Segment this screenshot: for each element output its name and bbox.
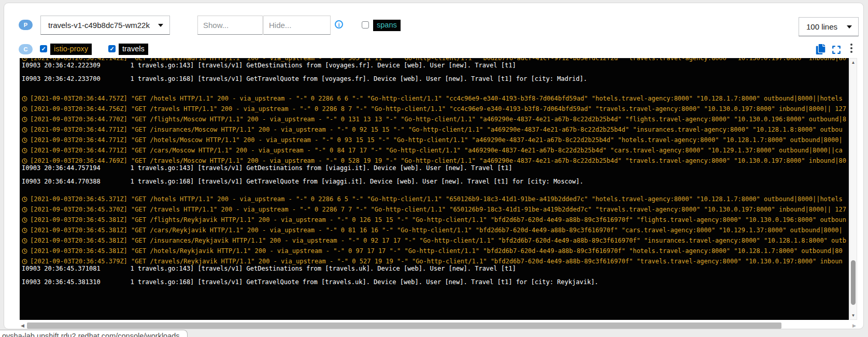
clock-icon [22,207,27,213]
log-line-gap [22,84,849,93]
pod-badge: P [19,20,33,30]
app-log-line: I0903 20:36:42.233700 1 travels.go:168] … [22,74,849,84]
hide-filter-input[interactable] [263,16,331,35]
proxy-log-line: [2021-09-03T20:36:44.771Z] "GET /hotels/… [22,135,849,145]
status-url-tooltip: ovsha-lab.upshift.rdu2.redhat.com/consol… [0,330,188,337]
show-filter-input[interactable] [197,16,263,35]
scroll-left-arrow-icon[interactable]: ◀ [21,323,24,328]
chevron-down-icon [158,24,163,27]
clock-icon [22,196,27,202]
scroll-right-arrow-icon[interactable]: ▶ [852,323,856,328]
container-checkbox-istio-proxy[interactable]: ✓ [40,45,47,52]
vertical-scrollbar-thumb[interactable] [851,260,856,305]
horizontal-scrollbar-thumb[interactable] [27,322,781,329]
horizontal-scrollbar[interactable]: ◀ ▶ [20,322,857,329]
log-line-gap [22,187,849,194]
app-log-line: I0903 20:36:44.770388 1 travels.go:168] … [22,176,849,187]
container-label-istio-proxy: istio-proxy [50,44,92,55]
spans-checkbox[interactable] [362,21,369,29]
kebab-menu-icon[interactable] [850,44,852,53]
clock-icon [22,238,27,244]
chevron-down-icon [847,25,852,29]
proxy-log-line: [2021-09-03T20:36:45.381Z] "GET /insuran… [22,235,849,246]
clock-icon [22,117,27,122]
clock-icon [22,148,27,153]
clock-icon [22,137,27,143]
proxy-log-line: [2021-09-03T20:36:45.371Z] "GET /hotels … [22,194,849,204]
container-checkbox-travels[interactable]: ✓ [108,45,116,52]
app-log-line: I0903 20:36:45.381310 1 travels.go:168] … [22,277,849,287]
vertical-scrollbar[interactable]: ▲ ▼ [849,58,857,320]
log-console[interactable]: [2021-09-03T20:36:42.142Z] "GET /travels… [20,58,849,320]
proxy-log-line: [2021-09-03T20:36:45.370Z] "GET /travels… [22,204,849,215]
scroll-up-arrow-icon[interactable]: ▲ [850,60,857,65]
logs-card: P travels-v1-c49b8dc75-wm22k i spans 100… [4,3,864,329]
pod-select[interactable]: travels-v1-c49b8dc75-wm22k [40,16,170,35]
proxy-log-line: [2021-09-03T20:36:45.381Z] "GET /hotels/… [22,246,849,256]
pod-select-value: travels-v1-c49b8dc75-wm22k [48,21,150,30]
clock-icon [22,228,27,233]
expand-icon[interactable] [832,45,841,57]
scroll-down-arrow-icon[interactable]: ▼ [850,313,857,318]
proxy-log-line: [2021-09-03T20:36:45.381Z] "GET /cars/Re… [22,225,849,235]
clock-icon [22,127,27,133]
clock-icon [22,96,27,102]
lines-count-value: 100 lines [806,22,837,31]
container-label-travels: travels [119,44,148,55]
clock-icon [22,248,27,254]
copy-icon[interactable] [816,44,826,57]
spans-label: spans [373,20,401,31]
clock-icon [22,217,27,223]
proxy-log-line: [2021-09-03T20:36:44.771Z] "GET /cars/Mo… [22,145,849,156]
proxy-log-line: [2021-09-03T20:36:44.757Z] "GET /hotels … [22,93,849,104]
proxy-log-line: [2021-09-03T20:36:44.756Z] "GET /travels… [22,104,849,114]
info-icon[interactable]: i [335,20,343,29]
lines-count-select[interactable]: 100 lines [799,17,859,36]
proxy-log-line: [2021-09-03T20:36:44.771Z] "GET /insuran… [22,124,849,135]
proxy-log-line: [2021-09-03T20:36:44.770Z] "GET /flights… [22,114,849,124]
proxy-log-line: [2021-09-03T20:36:45.381Z] "GET /flights… [22,215,849,225]
container-badge: C [19,44,33,54]
clock-icon [22,106,27,112]
